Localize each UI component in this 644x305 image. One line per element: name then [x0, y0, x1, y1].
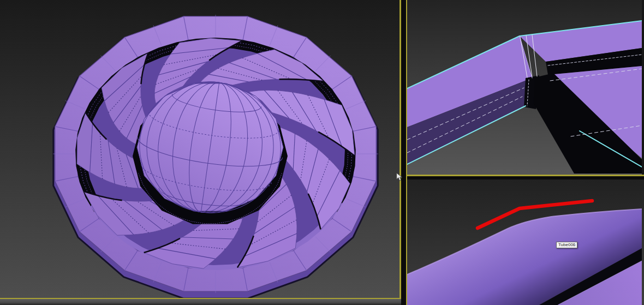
mouse-cursor	[396, 173, 403, 181]
viewport-perspective-main[interactable]	[0, 0, 400, 298]
viewport-splitter-vertical[interactable]	[401, 0, 406, 305]
viewport-border-left	[399, 0, 401, 298]
object-tooltip: Tube006	[556, 242, 577, 248]
viewport-splitter-horizontal[interactable]	[407, 176, 644, 180]
viewport-right-edge	[642, 0, 644, 175]
viewport-smooth-shaded[interactable]	[407, 180, 644, 305]
viewport-border-right	[406, 0, 408, 305]
viewport-closeup-edges[interactable]	[407, 0, 642, 175]
window-bottom-strip	[0, 299, 401, 305]
application-window: Tube006	[0, 0, 644, 305]
